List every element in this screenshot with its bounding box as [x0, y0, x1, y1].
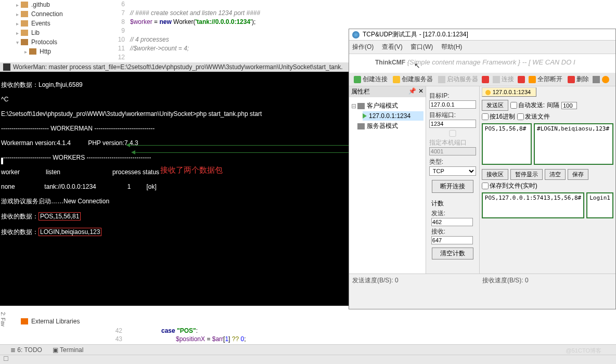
external-libraries-node[interactable]: External Libraries [0, 316, 453, 327]
connection-tab[interactable]: 127.0.0.1:1234 [482, 87, 536, 97]
status-bar: 发送速度(B/S): 0 接收速度(B/S): 0 [349, 274, 615, 287]
terminal-title-text: WorkerMan: master process start_file=E:\… [13, 63, 343, 71]
recv-data-box-1[interactable]: POS,127.0.0.1:57413,15,56,8# [482, 192, 584, 218]
tree-item[interactable]: ▾Protocols [14, 37, 109, 47]
connection-tree-panel: 属性栏 📌 ✕ ⊟客户端模式 127.0.0.1:1234 服务器模式 [349, 86, 426, 274]
terminal-line: 接收的数据：Login,fhjui,6589 [1, 81, 349, 88]
connect-icon [493, 76, 500, 83]
send-data-box-2[interactable]: #LOGIN,beiqiaosu,123# [534, 123, 613, 165]
watermark-label: @51CTO博客 [566, 347, 601, 355]
local-port-input [429, 147, 476, 155]
terminal-output[interactable]: 接收的数据：Login,fhjui,6589 ^C E:\2setsoft\1d… [0, 72, 349, 306]
window-titlebar[interactable]: TCP&UDP测试工具 - [127.0.0.1:1234] [349, 29, 615, 41]
line-number: 9 [109, 27, 125, 35]
close-icon[interactable]: ✕ [418, 87, 424, 95]
tree-node-server-mode[interactable]: 服务器模式 [351, 121, 424, 132]
line-number: 11 [109, 44, 125, 53]
menu-help[interactable]: 帮助(H) [441, 43, 463, 50]
recv-speed-label: 接收速度(B/S): 0 [482, 276, 612, 285]
folder-icon [21, 39, 28, 45]
code-gutter: 6 7 8 9 10 11 12 [109, 0, 125, 62]
app-icon [352, 31, 360, 38]
clear-button[interactable]: 清空 [545, 169, 566, 180]
start-server-button[interactable]: 启动服务器 [437, 75, 480, 84]
tree-item[interactable]: ▸Events [14, 19, 109, 28]
send-recv-panel: 127.0.0.1:1234 发送区 自动发送: 间隔 按16进制 发送文件 P… [480, 86, 615, 274]
chevron-down-icon: ▾ [14, 40, 21, 45]
terminal-line: ------------------------ WORKERS -------… [1, 154, 349, 161]
tree-label: .github [31, 1, 50, 8]
tree-item[interactable]: ▸Http [22, 47, 109, 56]
terminal-cursor [1, 158, 3, 164]
tree-label: Http [40, 48, 51, 55]
tree-node-connection[interactable]: 127.0.0.1:1234 [363, 111, 424, 121]
delete-button[interactable]: 删除 [566, 75, 591, 84]
terminal-line-highlighted: 接收的数据：POS,15,56,81 [1, 212, 349, 220]
code-line: // #### create socket and listen 1234 po… [130, 9, 260, 18]
target-port-input[interactable] [429, 120, 476, 128]
terminal-tab[interactable]: ▣ Terminal [53, 346, 83, 354]
line-number: 43 [109, 335, 122, 343]
pause-display-button[interactable]: 暂停显示 [510, 169, 543, 180]
menu-window[interactable]: 窗口(W) [410, 43, 433, 50]
recv-data-box-2[interactable]: Login1 [586, 192, 613, 218]
auto-send-checkbox[interactable]: 自动发送: [510, 101, 545, 110]
arrow-left-icon [131, 150, 135, 154]
favorites-tab[interactable]: 2: Fav [0, 312, 6, 327]
counts-panel: 计数 发送: 接收: 清空计数 [429, 197, 476, 266]
line-number: 42 [109, 327, 122, 335]
chevron-icon: ▸ [14, 21, 21, 27]
play-icon [363, 113, 367, 119]
send-count-value[interactable] [431, 218, 473, 226]
line-number: 10 [109, 35, 125, 44]
chevron-icon: ▸ [14, 30, 21, 36]
gear-icon[interactable] [593, 76, 600, 83]
disconnect-all-button[interactable]: 全部断开 [527, 75, 564, 84]
disconnect-icon[interactable] [518, 76, 525, 83]
thinkcmf-banner: ThinkCMF ThinkCMF {Simple content manage… [349, 54, 615, 73]
tree-item[interactable]: ▸.github [14, 0, 109, 9]
send-file-checkbox[interactable]: 发送文件 [517, 112, 550, 121]
connect-button[interactable]: 连接 [491, 75, 516, 84]
disconnect-button[interactable]: 断开连接 [432, 180, 473, 193]
help-icon[interactable] [602, 76, 609, 83]
menu-operate[interactable]: 操作(O) [352, 43, 374, 50]
folder-icon [29, 48, 36, 55]
save-button[interactable]: 保存 [568, 169, 588, 180]
folder-icon [21, 2, 28, 8]
ide-status-bar: ☐ [0, 355, 616, 364]
tree-node-client-mode[interactable]: ⊟客户端模式 [351, 100, 424, 111]
recv-count-label: 接收: [431, 227, 474, 236]
tree-label: Lib [31, 29, 40, 36]
code-editor[interactable]: // #### create socket and listen 1234 po… [130, 0, 260, 62]
save-to-file-checkbox[interactable]: 保存到文件(实时) [482, 181, 537, 190]
create-connection-button[interactable]: 创建连接 [352, 75, 389, 84]
type-select[interactable]: TCP [429, 166, 476, 176]
tree-item[interactable]: ▸Connection [14, 9, 109, 19]
pin-icon[interactable]: 📌 [408, 87, 416, 95]
terminal-line: none tank://0.0.0.0:1234 1 [ok] [1, 183, 349, 190]
pc-icon [357, 103, 365, 109]
recv-count-value[interactable] [431, 236, 473, 244]
menu-view[interactable]: 查看(V) [382, 43, 403, 50]
create-server-button[interactable]: 创建服务器 [391, 75, 434, 84]
send-count-label: 发送: [431, 209, 474, 218]
clear-counts-button[interactable]: 清空计数 [432, 248, 473, 259]
tree-item[interactable]: ▸Lib [14, 28, 109, 37]
code-line: case "POS": [161, 327, 246, 335]
tcp-udp-tool-window: TCP&UDP测试工具 - [127.0.0.1:1234] 操作(O) 查看(… [349, 29, 616, 309]
recv-area-button[interactable]: 接收区 [482, 169, 508, 180]
todo-tab[interactable]: ≣ 6: TODO [10, 346, 42, 354]
line-number: 12 [109, 53, 125, 62]
link-icon [354, 76, 361, 83]
interval-input[interactable] [561, 102, 577, 109]
ide-project-tree: ▸.github ▸Connection ▸Events ▸Lib ▾Proto… [5, 0, 109, 56]
stop-icon[interactable] [482, 76, 489, 83]
local-port-checkbox-label[interactable]: 指定本机端口 [429, 130, 476, 147]
send-area-button[interactable]: 发送区 [482, 100, 508, 111]
send-data-box-1[interactable]: POS,15,56,8# [482, 123, 532, 165]
line-number: 8 [109, 18, 125, 27]
code-line [130, 27, 260, 35]
hex-checkbox[interactable]: 按16进制 [482, 112, 515, 121]
target-ip-input[interactable] [429, 100, 476, 109]
